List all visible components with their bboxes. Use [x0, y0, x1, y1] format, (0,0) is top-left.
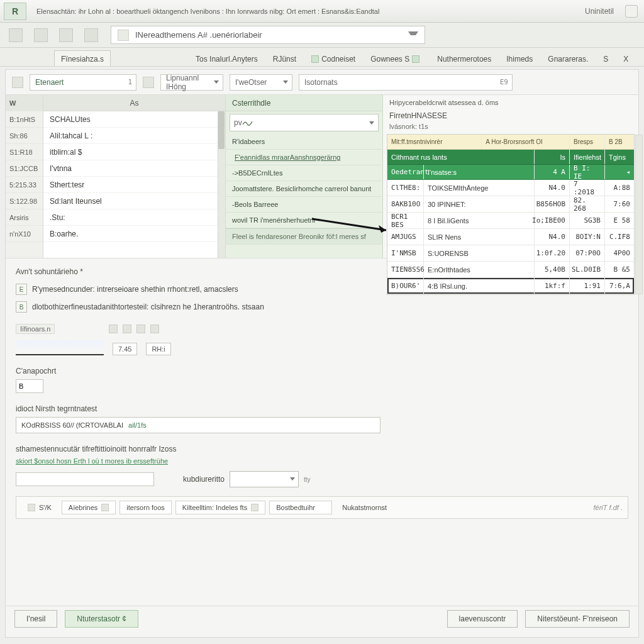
- tab-item[interactable]: X: [616, 50, 635, 66]
- id-cell[interactable]: Arsiris: [6, 209, 43, 226]
- category-item[interactable]: -Beols Barreee: [226, 197, 382, 213]
- checkbox-icon[interactable]: B: [16, 301, 27, 313]
- id-cell[interactable]: Sh:86: [6, 128, 43, 144]
- btab-item[interactable]: Aïebrines: [62, 501, 116, 514]
- bottom-tab-bar: S'/K Aïebrines itersorn foos Kilteelltim…: [16, 496, 628, 519]
- category-search[interactable]: pv: [230, 114, 379, 131]
- ribbon: INereadthemens A# .uenériorlabeir: [0, 23, 644, 48]
- id-cell[interactable]: S:122.98: [6, 193, 43, 209]
- next-button[interactable]: Niterstöeunt- F'nreiseon: [525, 610, 630, 628]
- ribbon-icon[interactable]: [59, 28, 73, 42]
- table-header-top: Mit:ff.tmsntnivinrèr A Hor-Brorsnsorft O…: [387, 135, 634, 150]
- tab-item[interactable]: Nuthermerotoes: [430, 50, 498, 66]
- btab-item[interactable]: Nukatstmornst: [336, 501, 393, 514]
- tab-icon: [101, 504, 109, 511]
- category-header: Csterrithdle: [226, 95, 382, 111]
- id-cell[interactable]: B:1nHtS: [6, 111, 43, 128]
- list-item[interactable]: Sthert:tesr: [43, 177, 225, 193]
- tool-icon[interactable]: [136, 325, 145, 333]
- ribbon-icon[interactable]: [9, 28, 23, 42]
- tab-item[interactable]: Gownees S: [364, 50, 429, 66]
- text-input[interactable]: [16, 472, 154, 486]
- primary-button[interactable]: Ntuterstasotr ¢: [65, 610, 138, 628]
- secondary-button[interactable]: laevenuscontr: [447, 610, 518, 628]
- name-box[interactable]: INereadthemens A# .uenériorlabeir: [111, 26, 425, 44]
- list-item[interactable]: I'vtnna: [43, 160, 225, 177]
- tab-item[interactable]: Ihimeds: [499, 50, 540, 66]
- tool-icon[interactable]: [150, 325, 159, 333]
- apply-button[interactable]: 7.45: [113, 343, 137, 355]
- value-row: 7.45 RH:i: [16, 340, 628, 355]
- btab-input[interactable]: Bostbedtuihr: [269, 501, 332, 514]
- chevron-down-icon: [283, 80, 288, 84]
- dropdown[interactable]: [230, 471, 299, 487]
- tab-item[interactable]: RJünst: [266, 50, 303, 66]
- value-input[interactable]: [16, 340, 104, 355]
- table-row[interactable]: ClTHE8: TOIKSEMIthÄntege N4.0 7 :2018 A:…: [387, 180, 634, 196]
- filter-select-3[interactable]: I'weOtser: [230, 74, 292, 91]
- list-item[interactable]: itblirn:al $: [43, 144, 225, 160]
- expression-input[interactable]: KOdRBSISS 60// (fCRTOVABLAI ail/1fs: [16, 417, 380, 433]
- tab-item[interactable]: Fïnesiahza.s: [54, 50, 111, 66]
- tab-item[interactable]: Codneiset: [304, 50, 362, 66]
- tab-item[interactable]: S: [596, 50, 615, 66]
- id-cell[interactable]: S1:R18: [6, 144, 43, 160]
- suffix-label: tty: [304, 476, 311, 483]
- data-table: Mit:ff.tmsntnivinrèr A Hor-Brorsnsorft O…: [387, 134, 635, 295]
- table-row[interactable]: TIEN8SS6 E:nOrIthtades 5,40B SL.D0IB B &…: [387, 262, 634, 278]
- table-row-selected[interactable]: B)OUR6' 4:B IRsl.ung. 1kf:f 1:91 7:6,A: [387, 278, 634, 294]
- field-label: sthamestennucutär tifreftittioinoitt hon…: [16, 445, 628, 453]
- main-panel: Etenaert1 Lipnuannl IHöng I'weOtser Isot…: [5, 69, 639, 638]
- btab-item[interactable]: Kilteelltim: Indeles fts: [175, 501, 265, 514]
- category-item[interactable]: F'eannidlas mraarAanshnsgerärng: [226, 150, 382, 165]
- list-item[interactable]: Sd:lant Iteunsel: [43, 193, 225, 209]
- tool-icon[interactable]: [123, 325, 131, 333]
- filter-bar: Etenaert1 Lipnuannl IHöng I'weOtser Isot…: [6, 70, 638, 95]
- category-item[interactable]: ->B5DECrnILtes: [226, 165, 382, 181]
- tool-icon[interactable]: [109, 325, 118, 333]
- orderer-input[interactable]: [16, 379, 43, 393]
- btab-item[interactable]: itersorn foos: [119, 501, 172, 514]
- ribbon-icon[interactable]: [84, 28, 98, 42]
- preview-subtitle: lvásnork: t1s: [387, 121, 635, 131]
- id-column: W B:1nHtS Sh:86 S1:R18 S1:JCCB 5:215.33 …: [6, 95, 43, 258]
- expression-chip: ail/1fs: [128, 421, 147, 429]
- filter-select-1[interactable]: Etenaert1: [30, 74, 136, 91]
- namebox-text: INereadthemens A# .uenériorlabeir: [135, 30, 262, 40]
- list-item[interactable]: AIil:tahcal L :: [43, 128, 225, 144]
- chevron-down-icon[interactable]: [408, 31, 418, 39]
- list-item[interactable]: SCHALUtes: [43, 111, 225, 128]
- table-row[interactable]: I'NMSB S:UORENSB 1:0f.20 07:P0O 4P0O: [387, 245, 634, 262]
- combo-row: kubdiureritto tty: [16, 471, 628, 487]
- scrollbar[interactable]: [635, 135, 643, 294]
- checkbox-icon[interactable]: E: [16, 284, 27, 295]
- app-icon: R: [4, 3, 26, 20]
- btab-item[interactable]: S'/K: [21, 501, 58, 514]
- tab-item[interactable]: Gnarareras.: [541, 50, 595, 66]
- id-cell[interactable]: S1:JCCB: [6, 160, 43, 177]
- help-link[interactable]: skiort $onsol hosn Erth l oü t mores ib …: [16, 457, 628, 465]
- form-text: dlotbothizerfineustadanithtortesteil: cl…: [32, 303, 264, 311]
- table-row[interactable]: BCR1 BES 8 I Bil.IiGents Io;IBE00 SG3B E…: [387, 213, 634, 229]
- list-item[interactable]: .Stu:: [43, 209, 225, 226]
- category-item[interactable]: R'idabeers: [226, 134, 382, 150]
- scroll-thumb[interactable]: [218, 111, 225, 149]
- ribbon-icon[interactable]: [34, 28, 48, 42]
- table-row[interactable]: AMJUGS SLIR Nens N4.0 8OIY:N C.IF8: [387, 229, 634, 245]
- three-column-area: W B:1nHtS Sh:86 S1:R18 S1:JCCB 5:215.33 …: [6, 95, 638, 258]
- filter-icon[interactable]: [12, 77, 23, 88]
- table-row[interactable]: 8AKB10O 30 IPINHET: B856HOB 82. 268 7:60: [387, 196, 634, 213]
- filter-select-2[interactable]: Lipnuannl IHöng: [160, 74, 223, 91]
- id-col-header: W: [6, 95, 43, 111]
- filter-select-4[interactable]: IsotornatsE9: [299, 74, 513, 91]
- filter-icon[interactable]: [143, 77, 154, 88]
- tab-item[interactable]: Tos Inalurl.Anyters: [189, 50, 265, 66]
- list-item[interactable]: B:oarhe.: [43, 226, 225, 242]
- reset-button[interactable]: RH:i: [146, 343, 170, 355]
- id-cell[interactable]: 5:215.33: [6, 177, 43, 193]
- id-cell[interactable]: n'nX10: [6, 226, 43, 242]
- expression-text: KOdRBSISS 60// (fCRTOVABLAI: [21, 421, 123, 429]
- cancel-button[interactable]: I'nesil: [14, 610, 57, 628]
- category-item[interactable]: Joomattstere. Besiclirhomche carrerol ba…: [226, 181, 382, 197]
- window-control-icon[interactable]: [625, 5, 638, 18]
